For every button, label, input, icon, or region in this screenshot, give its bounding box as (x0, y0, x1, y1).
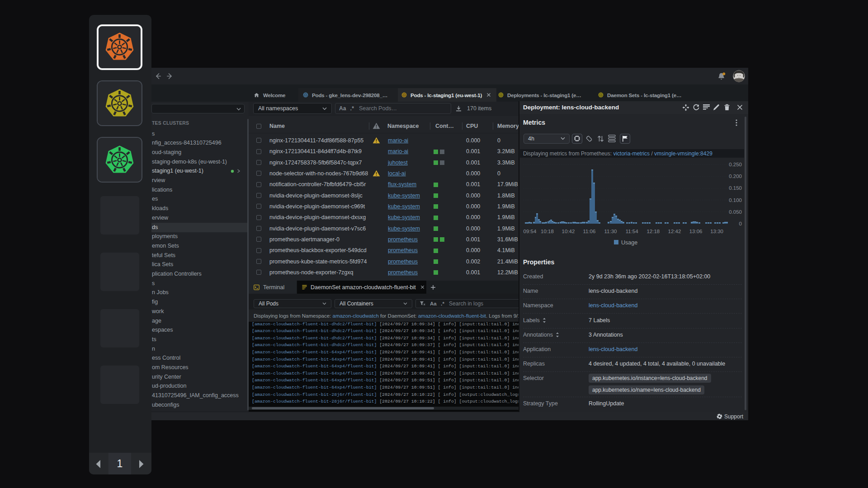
svg-text:0: 0 (739, 221, 742, 226)
svg-text:10:18: 10:18 (541, 229, 554, 234)
svg-text:11:54: 11:54 (626, 229, 639, 234)
svg-text:0.100: 0.100 (729, 197, 742, 203)
svg-text:Usage: Usage (621, 239, 637, 246)
svg-text:12:42: 12:42 (668, 229, 681, 234)
svg-text:0.150: 0.150 (729, 185, 742, 191)
svg-text:0.050: 0.050 (729, 209, 742, 215)
svg-text:0.250: 0.250 (729, 162, 742, 167)
svg-text:10:42: 10:42 (562, 229, 575, 234)
svg-text:12:18: 12:18 (646, 229, 660, 234)
svg-text:11:06: 11:06 (583, 229, 595, 234)
svg-text:13:30: 13:30 (710, 229, 723, 234)
svg-text:13:06: 13:06 (689, 229, 703, 234)
svg-text:11:30: 11:30 (604, 229, 617, 234)
svg-text:09:54: 09:54 (524, 229, 537, 234)
svg-text:0.200: 0.200 (729, 174, 742, 179)
